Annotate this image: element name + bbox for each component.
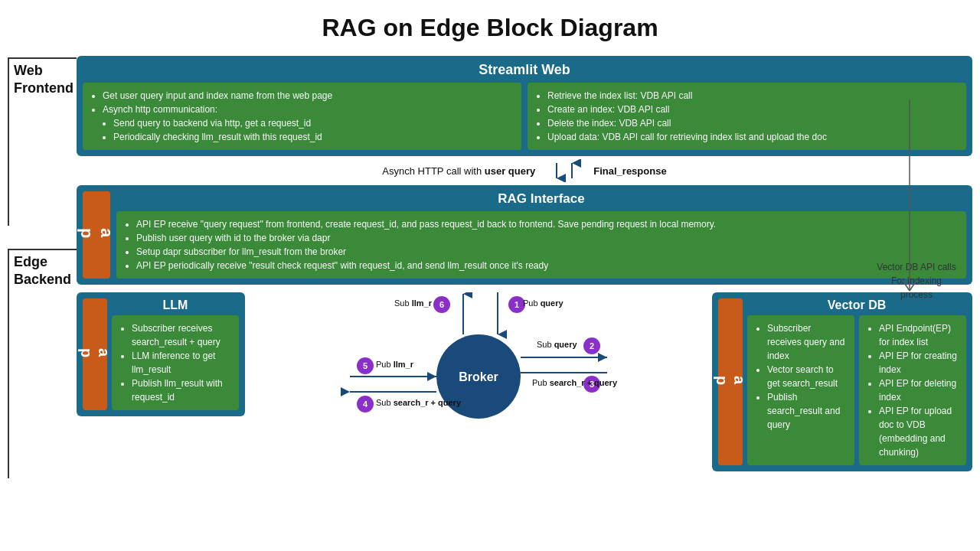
- vectordb-right-box: API Endpoint(EP) for index list API EP f…: [859, 315, 966, 465]
- svg-text:Pub search_r + query: Pub search_r + query: [532, 378, 618, 387]
- broker-area: Broker: [251, 292, 706, 461]
- edge-backend-text: EdgeBackend: [14, 250, 71, 289]
- arrow-svg-top: [541, 159, 587, 182]
- llm-content: LLM Subscriber receives search_result + …: [112, 298, 239, 410]
- svg-text:5: 5: [363, 361, 368, 370]
- web-frontend-label: WebFrontend: [8, 57, 77, 226]
- web-frontend-text: WebFrontend: [14, 59, 74, 98]
- indexing-arrow-svg: [902, 99, 917, 291]
- svg-text:Pub query: Pub query: [523, 298, 564, 308]
- rag-content: RAG Interface API EP receive "query requ…: [116, 191, 966, 279]
- llm-dapr-label: dapr: [83, 298, 107, 410]
- streamlit-left-box: Get user query input and index name from…: [83, 83, 521, 150]
- rag-green-box: API EP receive "query request" from fron…: [116, 211, 966, 279]
- llm-title: LLM: [112, 298, 239, 312]
- page-title: RAG on Edge Block Diagram: [0, 0, 980, 50]
- svg-text:1: 1: [514, 300, 519, 309]
- arrow-row: Asynch HTTP call with user query Final_r…: [77, 156, 972, 185]
- svg-text:6: 6: [439, 300, 444, 309]
- broker-arrows-svg: Broker: [251, 292, 706, 461]
- svg-text:Sub search_r + query: Sub search_r + query: [376, 398, 462, 407]
- vectordb-box: dapr Vector DB Subscriber receives query…: [712, 292, 972, 471]
- vectordb-content: Vector DB Subscriber receives query and …: [747, 298, 966, 465]
- main-container: WebFrontend EdgeBackend Streamlit Web Ge…: [0, 50, 980, 478]
- svg-text:2: 2: [590, 341, 594, 350]
- diagram-content: Streamlit Web Get user query input and i…: [77, 50, 972, 478]
- vectordb-body: Subscriber receives query and index Vect…: [747, 315, 966, 465]
- vectordb-dapr-label: dapr: [718, 298, 743, 465]
- rag-title: RAG Interface: [116, 191, 966, 207]
- edge-backend-label: EdgeBackend: [8, 249, 77, 478]
- bottom-section: dapr LLM Subscriber receives search_resu…: [77, 292, 972, 471]
- llm-box: dapr LLM Subscriber receives search_resu…: [77, 292, 245, 416]
- vectordb-left-box: Subscriber receives query and index Vect…: [747, 315, 854, 465]
- svg-line-3: [902, 279, 910, 291]
- svg-line-4: [910, 279, 917, 291]
- arrow-http-label: Asynch HTTP call with user query: [382, 165, 535, 177]
- rag-dapr-label: dapr: [83, 191, 110, 279]
- streamlit-title: Streamlit Web: [83, 62, 966, 78]
- svg-text:Broker: Broker: [459, 370, 498, 383]
- left-labels: WebFrontend EdgeBackend: [8, 50, 77, 478]
- streamlit-box: Streamlit Web Get user query input and i…: [77, 56, 972, 156]
- svg-text:Sub query: Sub query: [537, 340, 577, 349]
- arrow-final-label: Final_response: [593, 165, 666, 177]
- svg-text:4: 4: [363, 399, 368, 409]
- streamlit-right-box: Retrieve the index list: VDB API call Cr…: [528, 83, 966, 150]
- rag-box: dapr RAG Interface API EP receive "query…: [77, 185, 972, 285]
- broker-layout: Broker: [251, 292, 706, 461]
- svg-text:Sub llm_r: Sub llm_r: [394, 298, 433, 308]
- llm-green-box: Subscriber receives search_result + quer…: [112, 315, 239, 410]
- streamlit-body: Get user query input and index name from…: [83, 83, 966, 150]
- svg-text:Pub llm_r: Pub llm_r: [376, 360, 414, 369]
